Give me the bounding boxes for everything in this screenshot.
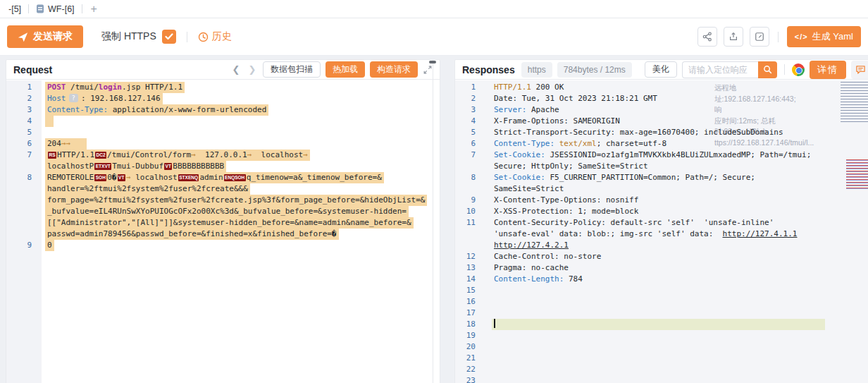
generate-yaml-button[interactable]: </> 生成 Yaml	[787, 26, 861, 47]
code-row[interactable]: 7Set-Cookie: JSESSIONID=oz1afg1mTMVKXkbk…	[455, 150, 868, 161]
code-line[interactable]: Set-Cookie: F5_CURRENT_PARTITION=Common;…	[492, 172, 757, 183]
code-line[interactable]	[492, 353, 496, 364]
code-row[interactable]: 18	[455, 319, 868, 330]
code-line[interactable]	[492, 330, 496, 341]
edit-button[interactable]	[750, 27, 769, 47]
request-editor[interactable]: 1POST /tmui/login.jsp HTTP/1.12Host?: 19…	[6, 80, 440, 383]
code-line[interactable]	[492, 308, 496, 319]
code-line[interactable]: handler=%2ftmui%2fsystem%2fuser%2fcreate…	[45, 183, 250, 195]
code-line[interactable]: [["Administrator","[All]"]]&systemuser-h…	[45, 217, 414, 229]
code-line[interactable]: Content-Security-Policy: default-src 'se…	[492, 217, 776, 229]
new-tab-button[interactable]: +	[82, 3, 106, 16]
code-row[interactable]: 6204→→	[6, 138, 440, 150]
code-row[interactable]: 14Content-Length: 784	[455, 274, 868, 285]
details-button[interactable]: 详情	[810, 61, 846, 79]
code-line[interactable]	[492, 285, 496, 296]
code-line[interactable]: _bufvalue=eIL4RUnSwXYoPUIOGcOFx2o00Xc%3d…	[45, 206, 409, 217]
code-row[interactable]: 3Server: Apache	[455, 104, 868, 116]
code-row[interactable]: 'unsafe-eval' data: blob:; img-src 'self…	[455, 229, 868, 240]
code-row[interactable]: 1POST /tmui/login.jsp HTTP/1.1	[6, 82, 440, 93]
code-line[interactable]: 204→→	[45, 138, 87, 150]
code-row[interactable]: 7RSHTTP/1.1DC2/tmui/Control/form→ 127.0.…	[6, 150, 440, 161]
tab-current[interactable]: WF-[6]	[29, 4, 82, 14]
code-line[interactable]	[492, 364, 496, 375]
code-line[interactable]: Cache-Control: no-store	[492, 251, 603, 262]
code-row[interactable]: _bufvalue=eIL4RUnSwXYoPUIOGcOFx2o00Xc%3d…	[6, 206, 440, 217]
code-row[interactable]: [["Administrator","[All]"]]&systemuser-h…	[6, 217, 440, 229]
code-line[interactable]: http://127.4.2.1	[492, 240, 571, 251]
code-line[interactable]	[492, 341, 496, 353]
code-row[interactable]: 5	[6, 127, 440, 138]
search-button[interactable]	[758, 61, 777, 78]
code-row[interactable]: 21	[455, 353, 868, 364]
code-line[interactable]: HTTP/1.1 200 OK	[492, 82, 566, 93]
code-row[interactable]: 1HTTP/1.1 200 OK	[455, 82, 868, 93]
code-row[interactable]: 2Date: Tue, 31 Oct 2023 21:18:21 GMT	[455, 93, 868, 104]
code-row[interactable]: 15	[455, 285, 868, 296]
code-line[interactable]: form_page=%2ftmui%2fsystem%2fuser%2fcrea…	[45, 195, 427, 206]
code-row[interactable]: 3Content-Type: application/x-www-form-ur…	[6, 104, 440, 116]
code-line[interactable]: X-Frame-Options: SAMEORIGIN	[492, 116, 622, 127]
code-row[interactable]: localhostPETXVTTmui-DubbufVTBBBBBBBBBBB	[6, 161, 440, 172]
code-row[interactable]: 13Pragma: no-cache	[455, 262, 868, 274]
code-row[interactable]: 9X-Content-Type-Options: nosniff	[455, 195, 868, 206]
open-in-chrome-button[interactable]	[792, 63, 805, 76]
code-row[interactable]: 10X-XSS-Protection: 1; mode=block	[455, 206, 868, 217]
code-row[interactable]: 8REMOTEROLESOH0�VT→ localhostSTXENQadmin…	[6, 172, 440, 183]
code-row[interactable]: handler=%2ftmui%2fsystem%2fuser%2fcreate…	[6, 183, 440, 195]
code-line[interactable]: Host?: 192.168.127.146	[45, 93, 163, 104]
response-editor[interactable]: 远程地址:192.168.127.146:443; 响 应时间:12ms; 总耗…	[455, 80, 868, 383]
request-scrollbar-thumb[interactable]	[429, 61, 436, 63]
code-row[interactable]: 11Content-Security-Policy: default-src '…	[455, 217, 868, 229]
code-row[interactable]: 23	[455, 375, 868, 383]
code-line[interactable]: 0	[45, 240, 54, 251]
code-line[interactable]: Set-Cookie: JSESSIONID=oz1afg1mTMVKXkbk4…	[492, 150, 813, 161]
history-forward-button[interactable]: ❯	[247, 64, 258, 75]
code-line[interactable]	[492, 296, 496, 308]
code-line[interactable]: 'unsafe-eval' data: blob:; img-src 'self…	[492, 229, 799, 240]
code-row[interactable]: SameSite=Strict	[455, 183, 868, 195]
code-line[interactable]: passwd=admin789456&passwd_before=&finish…	[45, 229, 339, 240]
code-line[interactable]	[45, 116, 54, 127]
code-row[interactable]: 17	[455, 308, 868, 319]
history-back-button[interactable]: ❮	[230, 64, 242, 75]
export-button[interactable]	[724, 27, 743, 47]
code-line[interactable]: SameSite=Strict	[492, 183, 566, 195]
send-request-button[interactable]: 发送请求	[7, 25, 83, 48]
code-line[interactable]: Content-Length: 784	[492, 274, 585, 285]
code-row[interactable]: 12Cache-Control: no-store	[455, 251, 868, 262]
code-row[interactable]: 22	[455, 364, 868, 375]
code-row[interactable]: passwd=admin789456&passwd_before=&finish…	[6, 229, 440, 240]
search-input[interactable]	[682, 61, 758, 78]
beautify-button[interactable]: 美化	[645, 61, 677, 78]
code-line[interactable]: REMOTEROLESOH0�VT→ localhostSTXENQadminE…	[45, 172, 384, 183]
code-line[interactable]: Server: Apache	[492, 104, 562, 116]
code-line[interactable]: localhostPETXVTTmui-DubbufVTBBBBBBBBBBB	[45, 161, 226, 172]
code-row[interactable]: 6Content-Type: text/xml; charset=utf-8	[455, 138, 868, 150]
code-row[interactable]: 4	[6, 116, 440, 127]
code-row[interactable]: 4X-Frame-Options: SAMEORIGIN	[455, 116, 868, 127]
code-line[interactable]: Content-Type: application/x-www-form-url…	[45, 104, 268, 116]
code-line[interactable]	[45, 127, 49, 138]
code-line[interactable]: Date: Tue, 31 Oct 2023 21:18:21 GMT	[492, 93, 659, 104]
code-line[interactable]	[492, 319, 825, 330]
code-row[interactable]: 20	[455, 341, 868, 353]
code-line[interactable]: X-XSS-Protection: 1; mode=block	[492, 206, 640, 217]
history-button[interactable]: 历史	[198, 30, 232, 43]
fullscreen-icon[interactable]	[423, 65, 433, 75]
code-line[interactable]: X-Content-Type-Options: nosniff	[492, 195, 640, 206]
code-row[interactable]: http://127.4.2.1	[455, 240, 868, 251]
code-line[interactable]: Pragma: no-cache	[492, 262, 571, 274]
force-https-checkbox[interactable]	[162, 30, 176, 44]
code-row[interactable]: 16	[455, 296, 868, 308]
code-row[interactable]: 5Strict-Transport-Security: max-age=1607…	[455, 127, 868, 138]
share-button[interactable]	[698, 27, 717, 47]
code-row[interactable]: 19	[455, 330, 868, 341]
code-row[interactable]: Secure; HttpOnly; SameSite=Strict	[455, 161, 868, 172]
code-line[interactable]: POST /tmui/login.jsp HTTP/1.1	[45, 82, 185, 93]
packet-scan-button[interactable]: 数据包扫描	[263, 61, 321, 78]
tab-previous[interactable]: -[5]	[1, 4, 28, 14]
code-row[interactable]: 8Set-Cookie: F5_CURRENT_PARTITION=Common…	[455, 172, 868, 183]
code-row[interactable]: form_page=%2ftmui%2fsystem%2fuser%2fcrea…	[6, 195, 440, 206]
code-row[interactable]: 2Host?: 192.168.127.146	[6, 93, 440, 104]
